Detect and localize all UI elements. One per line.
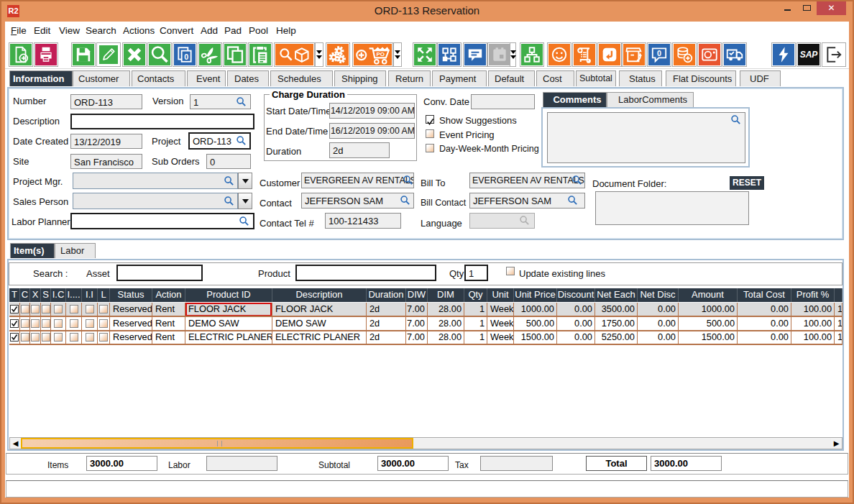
svg-text:0: 0 [657, 49, 661, 58]
svg-text:PO: PO [376, 51, 385, 58]
svg-text:0: 0 [184, 52, 188, 61]
